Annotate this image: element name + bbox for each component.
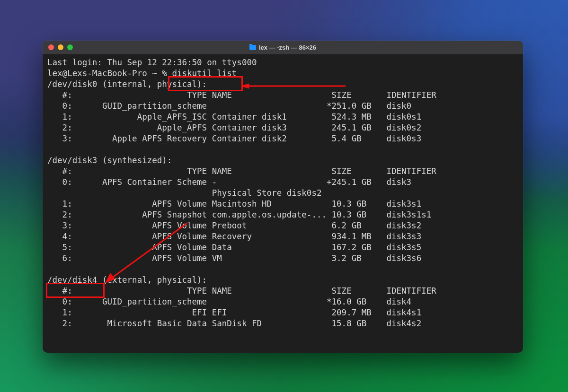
terminal-window: lex — -zsh — 86×26 Last login: Thu Sep 1… [43,41,523,353]
window-zoom-button[interactable] [67,44,73,50]
shell-prompt-line: lex@Lexs-MacBook-Pro ~ % diskutil list [47,68,518,79]
window-minimize-button[interactable] [58,44,63,50]
window-title-text: lex — -zsh — 86×26 [259,44,316,51]
folder-icon [249,45,256,50]
window-close-button[interactable] [48,44,54,50]
window-title: lex — -zsh — 86×26 [43,44,523,51]
shell-prompt: lex@Lexs-MacBook-Pro ~ % [47,69,172,78]
terminal-content[interactable]: Last login: Thu Sep 12 22:36:50 on ttys0… [43,54,523,353]
traffic-lights [43,44,73,50]
diskutil-output: /dev/disk0 (internal, physical): #: TYPE… [47,79,518,329]
shell-command: diskutil list [172,69,237,78]
window-titlebar: lex — -zsh — 86×26 [43,41,523,54]
login-line: Last login: Thu Sep 12 22:36:50 on ttys0… [47,57,518,68]
